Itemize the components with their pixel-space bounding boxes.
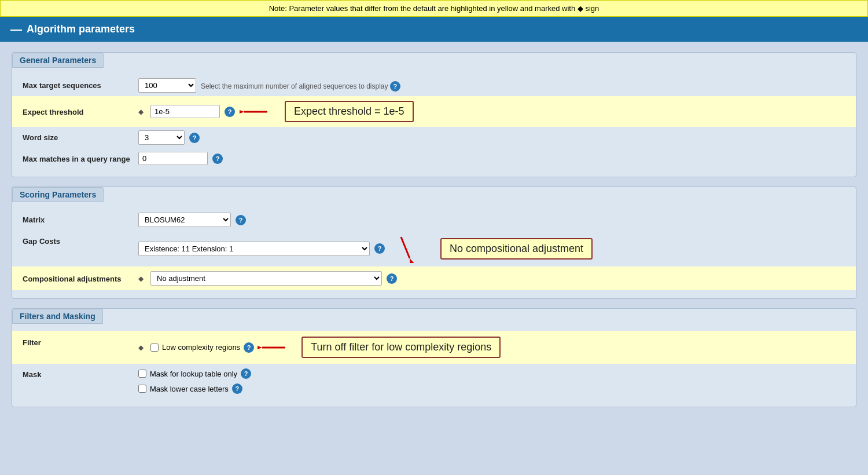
word-size-label: Word size xyxy=(23,130,138,143)
filter-row: Filter ◆ Low complexity regions ? xyxy=(12,331,856,364)
gap-costs-row: Gap Costs Existence: 11 Extension: 1 Exi… xyxy=(12,231,856,266)
mask-control: Mask for lookup table only ? Mask lower … xyxy=(138,367,845,395)
mask-lowercase-help-icon[interactable]: ? xyxy=(232,383,242,394)
general-parameters-section: General Parameters Max target sequences … xyxy=(12,52,856,177)
max-target-helper: Select the maximum number of aligned seq… xyxy=(201,81,400,92)
algo-params-header: — Algorithm parameters xyxy=(0,17,868,42)
mask-lookup-checkbox[interactable] xyxy=(138,370,146,378)
scoring-parameters-title: Scoring Parameters xyxy=(12,187,104,202)
max-matches-help-icon[interactable]: ? xyxy=(212,154,223,164)
note-bar: Note: Parameter values that differ from … xyxy=(0,0,868,17)
compositional-control: ◆ No adjustment Composition-based statis… xyxy=(138,271,845,286)
word-size-control: 3 2 5 6 ? xyxy=(138,130,845,145)
mask-lowercase-checkbox[interactable] xyxy=(138,385,146,393)
filter-control: ◆ Low complexity regions ? Turn xyxy=(138,335,845,359)
low-complexity-row: Low complexity regions ? Turn off filter… xyxy=(150,337,501,358)
expect-threshold-row: Expect threshold ◆ ? Expect threshold = … xyxy=(12,96,856,127)
compositional-select[interactable]: No adjustment Composition-based statisti… xyxy=(150,271,382,286)
word-size-help-icon[interactable]: ? xyxy=(189,133,200,143)
collapse-icon[interactable]: — xyxy=(10,23,22,36)
filter-diamond: ◆ xyxy=(138,344,144,352)
compositional-row: Compositional adjustments ◆ No adjustmen… xyxy=(12,266,856,290)
filter-label: Filter xyxy=(23,335,138,348)
gap-costs-control: Existence: 11 Extension: 1 Existence: 10… xyxy=(138,234,845,263)
expect-threshold-diamond: ◆ xyxy=(138,108,144,116)
filters-masking-title: Filters and Masking xyxy=(12,309,103,324)
max-target-row: Max target sequences 100 10 50 250 500 1… xyxy=(12,75,856,96)
matrix-help-icon[interactable]: ? xyxy=(236,215,246,225)
mask-lookup-row: Mask for lookup table only ? xyxy=(138,368,251,379)
max-target-select[interactable]: 100 10 50 250 500 1000 xyxy=(138,78,196,93)
gap-costs-select[interactable]: Existence: 11 Extension: 1 Existence: 10… xyxy=(138,242,370,256)
mask-lookup-label: Mask for lookup table only xyxy=(150,370,237,378)
max-matches-control: ? xyxy=(138,152,845,165)
word-size-row: Word size 3 2 5 6 ? xyxy=(12,127,856,148)
expect-threshold-arrow xyxy=(240,105,269,118)
filters-masking-section: Filters and Masking Filter ◆ Low complex… xyxy=(12,308,856,407)
max-target-control: 100 10 50 250 500 1000 Select the maximu… xyxy=(138,78,845,93)
gap-costs-label: Gap Costs xyxy=(23,234,138,247)
max-target-help-icon[interactable]: ? xyxy=(390,81,400,92)
word-size-select[interactable]: 3 2 5 6 xyxy=(138,130,185,145)
low-complexity-label: Low complexity regions xyxy=(162,343,240,352)
expect-threshold-label: Expect threshold xyxy=(23,105,138,118)
page-title: Algorithm parameters xyxy=(27,23,135,35)
low-complexity-help-icon[interactable]: ? xyxy=(244,342,254,353)
compositional-help-icon[interactable]: ? xyxy=(387,273,397,284)
compositional-annotation: No compositional adjustment xyxy=(440,238,593,260)
svg-line-3 xyxy=(401,237,410,258)
expect-threshold-input[interactable] xyxy=(150,105,220,118)
matrix-select[interactable]: BLOSUM62 PAM30 PAM70 BLOSUM45 BLOSUM80 xyxy=(138,213,231,227)
scoring-parameters-section: Scoring Parameters Matrix BLOSUM62 PAM30… xyxy=(12,187,856,299)
max-matches-input[interactable] xyxy=(138,152,208,165)
mask-label: Mask xyxy=(23,367,138,380)
matrix-label: Matrix xyxy=(23,213,138,225)
low-complexity-arrow xyxy=(258,341,286,354)
low-complexity-annotation: Turn off filter for low complexity regio… xyxy=(301,337,501,358)
matrix-control: BLOSUM62 PAM30 PAM70 BLOSUM45 BLOSUM80 ? xyxy=(138,213,845,227)
compositional-arrow xyxy=(389,234,424,263)
expect-threshold-control: ◆ ? Expect threshold = 1e-5 xyxy=(138,101,845,122)
expect-threshold-annotation: Expect threshold = 1e-5 xyxy=(285,101,414,122)
mask-lowercase-row: Mask lower case letters ? xyxy=(138,383,251,394)
matrix-row: Matrix BLOSUM62 PAM30 PAM70 BLOSUM45 BLO… xyxy=(12,209,856,231)
max-target-label: Max target sequences xyxy=(23,78,138,91)
mask-lowercase-label: Mask lower case letters xyxy=(150,385,229,393)
max-matches-label: Max matches in a query range xyxy=(23,152,138,165)
expect-threshold-help-icon[interactable]: ? xyxy=(225,107,235,117)
mask-controls: Mask for lookup table only ? Mask lower … xyxy=(138,367,251,395)
max-matches-row: Max matches in a query range ? xyxy=(12,148,856,169)
low-complexity-checkbox[interactable] xyxy=(150,344,159,352)
mask-row: Mask Mask for lookup table only ? Mask l… xyxy=(12,364,856,399)
mask-lookup-help-icon[interactable]: ? xyxy=(241,368,251,379)
compositional-diamond: ◆ xyxy=(138,275,144,283)
general-parameters-title: General Parameters xyxy=(12,53,104,68)
main-content: General Parameters Max target sequences … xyxy=(0,42,868,418)
gap-costs-help-icon[interactable]: ? xyxy=(374,243,385,254)
compositional-label: Compositional adjustments xyxy=(23,272,138,284)
